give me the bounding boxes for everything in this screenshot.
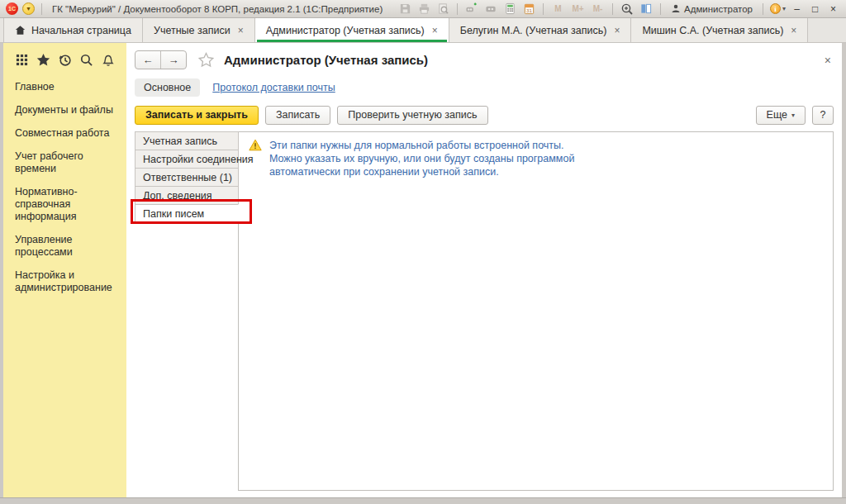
send-receive-icon[interactable]: [483, 2, 498, 16]
navigation-buttons: ← →: [135, 50, 187, 69]
divider: [41, 3, 42, 15]
window-bottom-frame: [0, 497, 846, 504]
form-side-tabs: Учетная запись Настройки соединения Отве…: [135, 131, 239, 491]
favorites-star-icon[interactable]: [36, 52, 51, 68]
sidebar-item-reference-info[interactable]: Нормативно-справочная информация: [15, 186, 116, 223]
warning-icon: [249, 139, 262, 151]
print-preview-icon[interactable]: [435, 2, 450, 16]
sections-sidebar: Главное Документы и файлы Совместная раб…: [3, 43, 126, 497]
send-receive-add-icon[interactable]: [464, 2, 479, 16]
save-icon[interactable]: [397, 2, 412, 16]
print-icon[interactable]: [416, 2, 431, 16]
tab-mishin-account[interactable]: Мишин С.А. (Учетная запись) ×: [631, 18, 808, 42]
history-icon[interactable]: [57, 52, 73, 68]
menu-grid-icon[interactable]: [14, 52, 30, 68]
mail-delivery-log-link[interactable]: Протокол доставки почты: [212, 82, 335, 93]
tab-label: Учетные записи: [154, 25, 231, 36]
calendar-icon[interactable]: 31: [521, 2, 536, 16]
calculator-icon[interactable]: [502, 2, 517, 16]
side-tab-connection-settings[interactable]: Настройки соединения: [135, 150, 239, 169]
form-close-icon[interactable]: ×: [822, 54, 834, 67]
info-icon: i: [770, 3, 781, 14]
split-view-icon[interactable]: [639, 2, 654, 16]
tab-belugin-account[interactable]: Белугин М.А. (Учетная запись) ×: [449, 18, 632, 42]
sections-menu: Главное Документы и файлы Совместная раб…: [3, 73, 126, 305]
divider: [543, 3, 544, 15]
svg-text:31: 31: [526, 7, 532, 13]
tab-label: Администратор (Учетная запись): [266, 25, 425, 36]
sidebar-item-process-management[interactable]: Управление процессами: [15, 234, 116, 259]
tab-main-section[interactable]: Основное: [135, 78, 200, 97]
info-message-text: Эти папки нужны для нормальной работы вс…: [269, 139, 574, 178]
tab-label: Мишин С.А. (Учетная запись): [642, 25, 783, 36]
tab-close-icon[interactable]: ×: [432, 25, 438, 36]
divider: [612, 3, 613, 15]
app-window: 1С ▼ ГК "Меркурий" / Документооборот 8 К…: [0, 0, 846, 504]
info-message: Эти папки нужны для нормальной работы вс…: [239, 132, 833, 185]
tab-close-icon[interactable]: ×: [238, 25, 244, 36]
search-icon[interactable]: [78, 52, 94, 68]
close-button[interactable]: ×: [826, 2, 840, 16]
chevron-down-icon: ▾: [791, 112, 795, 119]
service-info-button[interactable]: i ▾: [770, 3, 786, 14]
forward-button[interactable]: →: [160, 51, 186, 69]
back-button[interactable]: ←: [135, 51, 160, 69]
page-title: Администратор (Учетная запись): [224, 53, 428, 67]
divider: [660, 3, 661, 15]
memory-minus-icon[interactable]: M-: [590, 4, 606, 13]
side-tab-additional-info[interactable]: Доп. сведения: [135, 186, 239, 205]
user-name: Администратор: [684, 4, 753, 14]
minimize-button[interactable]: –: [790, 2, 804, 16]
side-tab-account[interactable]: Учетная запись: [135, 131, 239, 150]
tab-label: Белугин М.А. (Учетная запись): [460, 25, 607, 36]
tab-home[interactable]: Начальная страница: [3, 18, 143, 42]
title-bar: 1С ▼ ГК "Меркурий" / Документооборот 8 К…: [0, 0, 846, 18]
save-and-close-button[interactable]: Записать и закрыть: [135, 106, 259, 125]
tab-label: Начальная страница: [31, 25, 131, 36]
favorite-toggle-star-icon[interactable]: [198, 52, 214, 68]
sidebar-item-main[interactable]: Главное: [15, 81, 116, 93]
form-area: ← → Администратор (Учетная запись) × Осн…: [126, 43, 842, 497]
sidebar-item-documents[interactable]: Документы и файлы: [15, 104, 116, 116]
open-windows-tabbar: Начальная страница Учетные записи × Адми…: [0, 18, 846, 43]
zoom-icon[interactable]: [620, 2, 634, 16]
sidebar-item-collaboration[interactable]: Совместная работа: [15, 127, 116, 140]
notifications-bell-icon[interactable]: [100, 52, 116, 68]
check-account-button[interactable]: Проверить учетную запись: [337, 106, 487, 125]
tab-close-icon[interactable]: ×: [791, 25, 796, 36]
user-icon: [671, 3, 681, 14]
divider: [763, 3, 763, 15]
window-title: ГК "Меркурий" / Документооборот 8 КОРП, …: [52, 4, 383, 14]
1c-logo-icon: 1С: [6, 2, 18, 15]
maximize-button[interactable]: □: [808, 2, 822, 16]
current-user[interactable]: Администратор: [671, 3, 753, 14]
mail-folders-panel: Эти папки нужны для нормальной работы вс…: [238, 131, 834, 491]
side-tab-mail-folders[interactable]: Папки писем: [135, 204, 239, 223]
side-tab-responsible[interactable]: Ответственные (1): [135, 168, 239, 187]
more-button[interactable]: Еще ▾: [756, 106, 806, 125]
more-label: Еще: [767, 109, 787, 121]
memory-plus-icon[interactable]: M+: [570, 4, 586, 13]
sidebar-item-time-tracking[interactable]: Учет рабочего времени: [15, 150, 116, 175]
tab-close-icon[interactable]: ×: [614, 25, 620, 36]
save-button[interactable]: Записать: [265, 106, 330, 125]
main-menu-button[interactable]: ▼: [22, 2, 35, 15]
tab-accounts-list[interactable]: Учетные записи ×: [143, 18, 255, 42]
sidebar-item-settings-administration[interactable]: Настройка и администрирование: [15, 269, 116, 294]
tab-administrator-account[interactable]: Администратор (Учетная запись) ×: [255, 18, 449, 42]
divider: [457, 3, 458, 15]
memory-recall-icon[interactable]: M: [550, 4, 566, 13]
help-button[interactable]: ?: [812, 106, 834, 125]
home-icon: [15, 25, 26, 36]
chevron-down-icon: ▾: [782, 5, 786, 12]
